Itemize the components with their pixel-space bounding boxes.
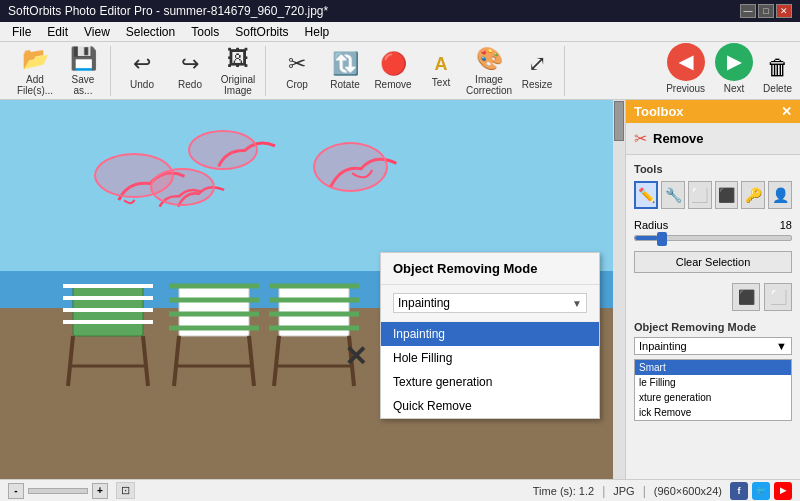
- remove-icon: 🔴: [380, 51, 407, 77]
- mode-option-quick[interactable]: ick Remove: [635, 405, 791, 420]
- radius-slider-thumb[interactable]: [657, 232, 667, 246]
- mode-option-hole-filling[interactable]: le Filling: [635, 375, 791, 390]
- radius-label: Radius: [634, 219, 668, 231]
- svg-line-5: [68, 336, 73, 386]
- svg-line-13: [174, 336, 179, 386]
- tools-section-title: Tools: [634, 163, 792, 175]
- canvas-scrollbar[interactable]: [613, 100, 625, 479]
- save-as-button[interactable]: 💾 Saveas...: [60, 46, 106, 96]
- menu-selection[interactable]: Selection: [118, 23, 183, 41]
- menu-tools[interactable]: Tools: [183, 23, 227, 41]
- dropdown-option-quick-remove[interactable]: Quick Remove: [381, 394, 599, 418]
- canvas-area[interactable]: ✕ Object Removing Mode Inpainting ▼ Inpa…: [0, 100, 625, 479]
- svg-line-6: [143, 336, 148, 386]
- beach-chair-3: [269, 276, 359, 396]
- fit-button[interactable]: ⊡: [116, 482, 135, 499]
- inpaint-tools-row: ⬛ ⬜: [634, 283, 792, 311]
- menu-file[interactable]: File: [4, 23, 39, 41]
- object-removing-section: Object Removing Mode Inpainting ▼ Smart …: [634, 321, 792, 355]
- close-button[interactable]: ✕: [776, 4, 792, 18]
- canvas-scroll-thumb[interactable]: [614, 101, 624, 141]
- add-files-button[interactable]: 📂 AddFile(s)...: [12, 46, 58, 96]
- original-image-button[interactable]: 🖼 OriginalImage: [215, 46, 261, 96]
- person-tool-button[interactable]: 👤: [768, 181, 792, 209]
- mode-select-dropdown[interactable]: Inpainting ▼: [634, 337, 792, 355]
- menu-view[interactable]: View: [76, 23, 118, 41]
- remove-button[interactable]: 🔴 Remove: [370, 46, 416, 96]
- toolbox-close-button[interactable]: ✕: [781, 104, 792, 119]
- maximize-button[interactable]: □: [758, 4, 774, 18]
- menu-softorbits[interactable]: SoftOrbits: [227, 23, 296, 41]
- text-button[interactable]: A Text: [418, 46, 464, 96]
- crop-button[interactable]: ✂ Crop: [274, 46, 320, 96]
- menu-help[interactable]: Help: [297, 23, 338, 41]
- rotate-button[interactable]: 🔃 Rotate: [322, 46, 368, 96]
- svg-line-21: [274, 336, 279, 386]
- toolbar-group-edit: ↩ Undo ↪ Redo 🖼 OriginalImage: [115, 46, 266, 96]
- save-icon: 💾: [70, 46, 97, 72]
- dropdown-select-box[interactable]: Inpainting ▼: [393, 293, 587, 313]
- minimize-button[interactable]: —: [740, 4, 756, 18]
- next-nav-group: ▶ Next: [715, 43, 753, 94]
- app-title: SoftOrbits Photo Editor Pro - summer-814…: [8, 4, 328, 18]
- youtube-icon[interactable]: ▶: [774, 482, 792, 500]
- image-correction-button[interactable]: 🎨 ImageCorrection: [466, 46, 512, 96]
- main-content: ✕ Object Removing Mode Inpainting ▼ Inpa…: [0, 100, 800, 479]
- delete-nav-group: 🗑 Delete: [763, 55, 792, 94]
- toolbar-group-file: 📂 AddFile(s)... 💾 Saveas...: [8, 46, 111, 96]
- lasso-tool-button[interactable]: ⬛: [715, 181, 739, 209]
- dropdown-option-texture-generation[interactable]: Texture generation: [381, 370, 599, 394]
- mode-option-texture[interactable]: xture generation: [635, 390, 791, 405]
- menu-edit[interactable]: Edit: [39, 23, 76, 41]
- toolbox-panel: Toolbox ✕ ✂ Remove Tools ✏️ 🔧 ⬜ ⬛ 🔑 👤 Ra…: [625, 100, 800, 479]
- zoom-in-button[interactable]: +: [92, 483, 108, 499]
- selection-tool-button[interactable]: ⬜: [688, 181, 712, 209]
- next-button[interactable]: ▶: [715, 43, 753, 81]
- radius-row: Radius 18: [634, 219, 792, 231]
- previous-nav-group: ◀ Previous: [666, 43, 705, 94]
- redo-icon: ↪: [181, 51, 199, 77]
- wand-tool-button[interactable]: 🔑: [741, 181, 765, 209]
- selection-mark-3: [150, 168, 215, 206]
- redo-button[interactable]: ↪ Redo: [167, 46, 213, 96]
- eraser-tool-button[interactable]: 🔧: [661, 181, 685, 209]
- previous-label: Previous: [666, 83, 705, 94]
- rotate-icon: 🔃: [332, 51, 359, 77]
- mode-option-smart[interactable]: Smart: [635, 360, 791, 375]
- mode-select-container: Inpainting ▼ Smart le Filling xture gene…: [634, 337, 792, 355]
- next-label: Next: [724, 83, 745, 94]
- resize-button[interactable]: ⤢ Resize: [514, 46, 560, 96]
- dropdown-arrow-icon: ▼: [572, 298, 582, 309]
- beach-chair-1: [63, 276, 153, 396]
- previous-button[interactable]: ◀: [667, 43, 705, 81]
- dropdown-current-value: Inpainting: [398, 296, 450, 310]
- status-separator-1: |: [602, 484, 605, 498]
- original-icon: 🖼: [227, 46, 249, 72]
- delete-label: Delete: [763, 83, 792, 94]
- inpaint-tool-2[interactable]: ⬜: [764, 283, 792, 311]
- remove-section-header: ✂ Remove: [626, 123, 800, 155]
- brush-tool-button[interactable]: ✏️: [634, 181, 658, 209]
- undo-button[interactable]: ↩ Undo: [119, 46, 165, 96]
- status-bar: - + ⊡ Time (s): 1.2 | JPG | (960×600x24)…: [0, 479, 800, 501]
- radius-slider-fill: [635, 236, 658, 240]
- inpaint-tool-1[interactable]: ⬛: [732, 283, 760, 311]
- window-controls: — □ ✕: [740, 4, 792, 18]
- clear-selection-button[interactable]: Clear Selection: [634, 251, 792, 273]
- toolbox-header: Toolbox ✕: [626, 100, 800, 123]
- dropdown-option-hole-filling[interactable]: Hole Filling: [381, 346, 599, 370]
- status-right: Time (s): 1.2 | JPG | (960×600x24) f 🐦 ▶: [533, 482, 792, 500]
- radius-slider-track: [634, 235, 792, 241]
- mode-select-value: Inpainting: [639, 340, 687, 352]
- undo-icon: ↩: [133, 51, 151, 77]
- object-removing-mode-title: Object Removing Mode: [634, 321, 792, 333]
- twitter-icon[interactable]: 🐦: [752, 482, 770, 500]
- title-bar: SoftOrbits Photo Editor Pro - summer-814…: [0, 0, 800, 22]
- radius-value: 18: [780, 219, 792, 231]
- zoom-slider[interactable]: [28, 488, 88, 494]
- zoom-out-button[interactable]: -: [8, 483, 24, 499]
- tools-row: ✏️ 🔧 ⬜ ⬛ 🔑 👤: [634, 181, 792, 209]
- dropdown-option-inpainting[interactable]: Inpainting: [381, 322, 599, 346]
- facebook-icon[interactable]: f: [730, 482, 748, 500]
- add-files-icon: 📂: [22, 46, 49, 72]
